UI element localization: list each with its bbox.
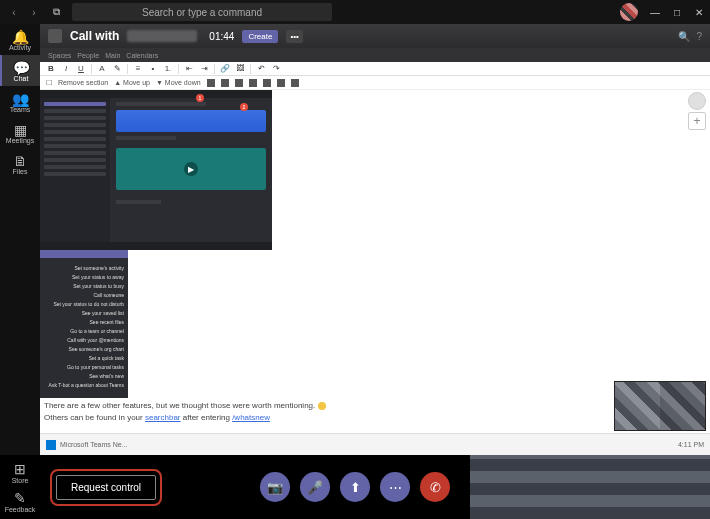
layout-opt-3[interactable]	[235, 79, 243, 87]
outdent-button[interactable]: ⇤	[184, 64, 194, 73]
request-control-button[interactable]: Request control	[56, 475, 156, 500]
main-video-tile[interactable]	[470, 455, 710, 519]
rail-label: Feedback	[5, 506, 36, 513]
section-toolbar: ☐ Remove section ▲ Move up ▼ Move down	[40, 76, 710, 90]
chat-icon: 💬	[2, 61, 40, 75]
popout-icon[interactable]: ⧉	[48, 4, 64, 20]
layout-opt-5[interactable]	[263, 79, 271, 87]
pip-video[interactable]	[614, 381, 706, 431]
cmd-row: See your saved list	[44, 310, 124, 316]
rail-label: Meetings	[6, 137, 34, 144]
title-bar: ‹ › ⧉ Search or type a command — □ ✕	[0, 0, 710, 24]
font-color-button[interactable]: A	[97, 64, 107, 73]
header-search-icon[interactable]: 🔍	[678, 31, 690, 42]
rail-label: Chat	[14, 75, 29, 82]
layout-opt-1[interactable]	[207, 79, 215, 87]
rail-meetings[interactable]: ▦ Meetings	[0, 117, 40, 148]
cmd-row: Go to your personal tasks	[44, 364, 124, 370]
call-title: Call with	[70, 29, 119, 43]
redacted-name	[127, 30, 197, 42]
align-left-button[interactable]: ≡	[133, 64, 143, 73]
rail-files[interactable]: 🗎 Files	[0, 148, 40, 179]
searchbar-link[interactable]: searchbar	[145, 413, 181, 422]
subnav-calendars[interactable]: Calendars	[126, 52, 158, 59]
more-button[interactable]: •••	[286, 30, 302, 43]
indent-button[interactable]: ⇥	[199, 64, 209, 73]
window-maximize-button[interactable]: □	[666, 0, 688, 24]
layout-opt-2[interactable]	[221, 79, 229, 87]
share-icon: ⬆	[350, 480, 361, 495]
layout-opt-7[interactable]	[291, 79, 299, 87]
redo-button[interactable]: ↷	[271, 64, 281, 73]
whatsnew-link[interactable]: /whatsnew	[232, 413, 270, 422]
image-button[interactable]: 🖼	[235, 64, 245, 73]
cmd-row: See someone's org chart	[44, 346, 124, 352]
mic-toggle-button[interactable]: 🎤	[300, 472, 330, 502]
camera-icon: 📷	[267, 480, 283, 495]
bullets-button[interactable]: •	[148, 64, 158, 73]
command-palette: Set someone's activity Set your status t…	[40, 250, 128, 398]
rail-store[interactable]: ⊞ Store	[12, 461, 29, 484]
underline-button[interactable]: U	[76, 64, 86, 73]
remove-section-button[interactable]: Remove section	[58, 79, 108, 86]
nav-forward-button[interactable]: ›	[26, 4, 42, 20]
rail-chat[interactable]: 💬 Chat	[0, 55, 40, 86]
undo-button[interactable]: ↶	[256, 64, 266, 73]
italic-button[interactable]: I	[61, 64, 71, 73]
rail-teams[interactable]: 👥 Teams	[0, 86, 40, 117]
checkbox-icon[interactable]: ☐	[46, 79, 52, 87]
cmd-row: Go to a team or channel	[44, 328, 124, 334]
participant-avatar[interactable]	[688, 92, 706, 110]
camera-toggle-button[interactable]: 📷	[260, 472, 290, 502]
move-up-button[interactable]: ▲ Move up	[114, 79, 150, 86]
share-screen-button[interactable]: ⬆	[340, 472, 370, 502]
call-control-bar: ⊞ Store ✎ Feedback Request control 📷 🎤 ⬆…	[0, 455, 710, 519]
bold-button[interactable]: B	[46, 64, 56, 73]
doc-line-2a: Others can be found in your	[44, 413, 145, 422]
nav-back-button[interactable]: ‹	[6, 4, 22, 20]
more-actions-button[interactable]: ⋯	[380, 472, 410, 502]
header-help-icon[interactable]: ?	[696, 31, 702, 42]
cmd-row: Set your status to away	[44, 274, 124, 280]
subnav-main[interactable]: Main	[105, 52, 120, 59]
cmd-row: Set a quick task	[44, 355, 124, 361]
bell-icon: 🔔	[0, 30, 40, 44]
search-input[interactable]: Search or type a command	[72, 3, 332, 21]
rail-feedback[interactable]: ✎ Feedback	[5, 490, 36, 513]
cmd-row: Call with your @mentions	[44, 337, 124, 343]
layout-opt-4[interactable]	[249, 79, 257, 87]
shared-taskbar: Microsoft Teams Ne... 4:11 PM	[40, 433, 710, 455]
highlight-button[interactable]: ✎	[112, 64, 122, 73]
subnav-people[interactable]: People	[77, 52, 99, 59]
windows-start-icon[interactable]	[46, 440, 56, 450]
window-close-button[interactable]: ✕	[688, 0, 710, 24]
doc-line-1: There are a few other features, but we t…	[44, 401, 315, 410]
create-button[interactable]: Create	[242, 30, 278, 43]
mic-icon: 🎤	[307, 480, 323, 495]
avatar[interactable]	[620, 3, 638, 21]
notification-badge: 2	[240, 103, 248, 111]
numbers-button[interactable]: 1.	[163, 64, 173, 73]
embedded-screenshot: 1 2	[40, 90, 272, 250]
rail-label: Activity	[9, 44, 31, 51]
rail-label: Store	[12, 477, 29, 484]
subnav-spaces[interactable]: Spaces	[48, 52, 71, 59]
store-icon: ⊞	[12, 461, 29, 477]
hangup-button[interactable]: ✆	[420, 472, 450, 502]
workspace: 🔔 Activity 💬 Chat 👥 Teams ▦ Meetings 🗎 F…	[0, 24, 710, 455]
rail-activity[interactable]: 🔔 Activity	[0, 24, 40, 55]
move-down-button[interactable]: ▼ Move down	[156, 79, 201, 86]
layout-opt-6[interactable]	[277, 79, 285, 87]
space-icon	[48, 29, 62, 43]
taskbar-app-label[interactable]: Microsoft Teams Ne...	[60, 441, 128, 448]
pip-video-feed	[615, 382, 705, 430]
link-button[interactable]: 🔗	[220, 64, 230, 73]
feedback-icon: ✎	[5, 490, 36, 506]
cmd-row: See recent files	[44, 319, 124, 325]
call-controls: 📷 🎤 ⬆ ⋯ ✆	[260, 472, 450, 502]
add-participant-button[interactable]: +	[688, 112, 706, 130]
window-minimize-button[interactable]: —	[644, 0, 666, 24]
rail-label: Teams	[10, 106, 31, 113]
cmd-row: Ask T-bot a question about Teams	[44, 382, 124, 388]
notification-badge: 1	[196, 94, 204, 102]
